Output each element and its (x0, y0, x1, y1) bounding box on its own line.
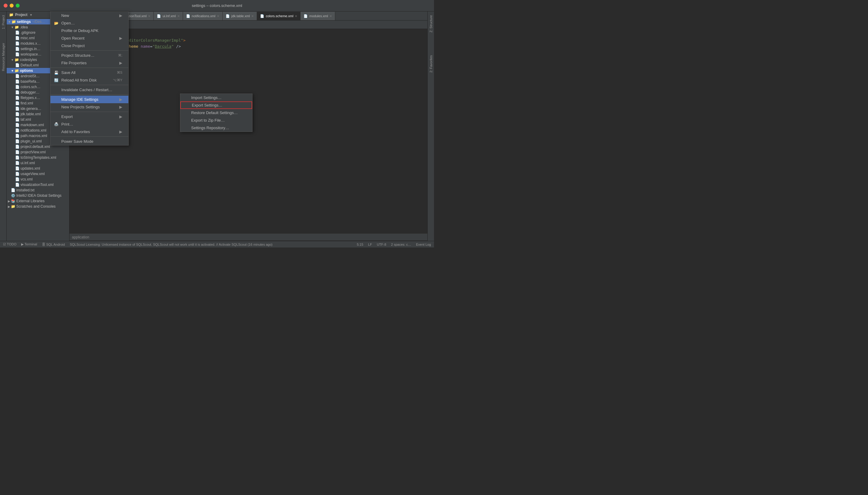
submenu-export-settings[interactable]: Export Settings… (180, 101, 252, 109)
open-icon: 📂 (54, 21, 60, 25)
tree-item-external-libs[interactable]: ▶ 📚 External Libraries (7, 198, 69, 204)
save-icon: 💾 (54, 71, 60, 75)
tab-notifications[interactable]: 📄 notifications.xml ✕ (183, 12, 222, 20)
submenu-export-zip[interactable]: Export to Zip File… (180, 117, 252, 124)
tab-jdktable[interactable]: 📄 jdk.table.xml ✕ (222, 12, 257, 20)
tab-close-jdktable[interactable]: ✕ (251, 15, 254, 18)
tab-icon-jdktable: 📄 (226, 14, 230, 18)
tab-close-notifications[interactable]: ✕ (217, 15, 219, 18)
terminal-button[interactable]: ▶ Terminal (21, 242, 37, 246)
tab-close-uilnf[interactable]: ✕ (177, 15, 180, 18)
submenu-restore-defaults[interactable]: Restore Default Settings… (180, 109, 252, 117)
print-icon: 🖨️ (54, 122, 60, 126)
menu-item-new-projects[interactable]: New Projects Settings ▶ (50, 103, 128, 111)
file-context-menu: New ▶ 📂 Open… Profile or Debug APK Open … (50, 12, 129, 146)
favorites-label[interactable]: 2: Favorites (428, 53, 434, 75)
project-icon: 📁 (9, 13, 14, 17)
line-ending[interactable]: LF (368, 243, 372, 246)
menu-item-add-favorites[interactable]: Add to Favorites ▶ (50, 128, 128, 136)
favorites-arrow: ▶ (119, 130, 122, 134)
tree-item-vcs[interactable]: 📄vcs.xml (7, 176, 69, 182)
minimize-button[interactable] (10, 4, 14, 7)
tree-item-visualizationtool[interactable]: 📄visualizationTool.xml (7, 182, 69, 187)
manage-ide-submenu: Import Settings… Export Settings… Restor… (180, 93, 252, 132)
reload-icon: 🔄 (54, 78, 60, 82)
tab-icon-uilnf: 📄 (157, 14, 161, 18)
project-label[interactable]: Project (15, 13, 28, 17)
submenu-import[interactable]: Import Settings… (180, 94, 252, 101)
title-bar: settings – colors.scheme.xml (0, 0, 434, 12)
tree-item-uilnf[interactable]: 📄ui.lnf.xml (7, 160, 69, 166)
tree-item-updates[interactable]: 📄updates.xml (7, 166, 69, 171)
manage-ide-arrow: ▶ (119, 97, 122, 102)
tree-item-tostring[interactable]: 📄toStringTemplates.xml (7, 155, 69, 160)
sep4 (50, 95, 128, 95)
export-arrow: ▶ (119, 114, 122, 119)
close-button[interactable] (4, 4, 7, 7)
sep6 (50, 136, 128, 137)
tab-modules[interactable]: 📄 modules.xml ✕ (301, 12, 335, 20)
event-log-button[interactable]: Event Log (416, 243, 431, 246)
structure-label[interactable]: Z: Structure (428, 13, 434, 35)
menu-item-reload[interactable]: 🔄 Reload All from Disk ⌥⌘Y (50, 76, 128, 84)
sep5 (50, 112, 128, 112)
sql-android-button[interactable]: 🗄 SQL Android (42, 243, 65, 246)
menu-item-profile-debug[interactable]: Profile or Debug APK (50, 27, 128, 34)
encoding[interactable]: UTF-8 (377, 243, 386, 246)
new-arrow: ▶ (119, 13, 122, 18)
todo-button[interactable]: ☑ TODO (3, 242, 16, 246)
menu-item-open[interactable]: 📂 Open… (50, 19, 128, 27)
right-panel-labels: Z: Structure 2: Favorites (427, 12, 434, 241)
tab-icon-notifications: 📄 (186, 14, 190, 18)
status-message: SQLScout Licensing: Unlicensed instance … (70, 243, 272, 246)
menu-item-open-recent[interactable]: Open Recent ▶ (50, 34, 128, 42)
tab-close-colors-scheme[interactable]: ✕ (295, 15, 297, 18)
tab-close-modules[interactable]: ✕ (330, 15, 332, 18)
tab-icon-modules: 📄 (303, 14, 308, 18)
menu-item-save-all[interactable]: 💾 Save All ⌘S (50, 69, 128, 76)
menu-item-file-properties[interactable]: File Properties ▶ (50, 59, 128, 67)
status-bar: ☑ TODO ▶ Terminal 🗄 SQL Android SQLScout… (0, 241, 434, 248)
menu-item-export[interactable]: Export ▶ (50, 113, 128, 120)
project-panel-label[interactable]: 1: Project (0, 13, 6, 31)
tree-item-installed[interactable]: 📄installed.txt (7, 187, 69, 193)
tab-uilnf[interactable]: 📄 ui.lnf.xml ✕ (154, 12, 183, 20)
menu-item-project-structure[interactable]: Project Structure… ⌘; (50, 52, 128, 59)
submenu-settings-repo[interactable]: Settings Repository… (180, 124, 252, 132)
tree-item-projectview[interactable]: 📄projectView.xml (7, 149, 69, 155)
tab-icon-colors-scheme: 📄 (260, 14, 264, 18)
sep2 (50, 68, 128, 68)
recent-arrow: ▶ (119, 36, 122, 40)
menu-item-print[interactable]: 🖨️ Print… (50, 120, 128, 128)
cursor-position[interactable]: 5:15 (357, 243, 363, 246)
dropdown-arrow[interactable]: ▼ (30, 13, 33, 17)
new-projects-arrow: ▶ (119, 105, 122, 109)
menu-item-power-save[interactable]: Power Save Mode (50, 138, 128, 145)
tab-close-visualizationtool[interactable]: ✕ (148, 15, 150, 18)
breadcrumb: application (72, 235, 89, 239)
sep3 (50, 85, 128, 85)
menu-item-close-project[interactable]: Close Project (50, 42, 128, 50)
tree-item-intellij-global[interactable]: ⚙️IntelliJ IDEA Global Settings (7, 193, 69, 198)
side-panel-labels: 1: Project Resource Manager (0, 12, 7, 241)
menu-item-invalidate[interactable]: Invalidate Caches / Restart… (50, 86, 128, 93)
window-controls (4, 4, 20, 7)
tab-colors-scheme[interactable]: 📄 colors.scheme.xml ✕ (257, 12, 301, 20)
menu-item-new[interactable]: New ▶ (50, 12, 128, 19)
maximize-button[interactable] (16, 4, 20, 7)
breadcrumb-bar: application (69, 234, 427, 241)
sep1 (50, 50, 128, 51)
tree-item-usageview[interactable]: 📄usageView.xml (7, 171, 69, 176)
file-props-arrow: ▶ (119, 61, 122, 65)
tree-item-scratches[interactable]: ▶ 📁 Scratches and Consoles (7, 204, 69, 209)
window-title: settings – colors.scheme.xml (192, 3, 242, 8)
indent-settings[interactable]: 2 spaces: c… (391, 243, 411, 246)
resource-manager-label[interactable]: Resource Manager (0, 40, 6, 74)
menu-item-manage-ide[interactable]: Manage IDE Settings ▶ (50, 96, 128, 103)
